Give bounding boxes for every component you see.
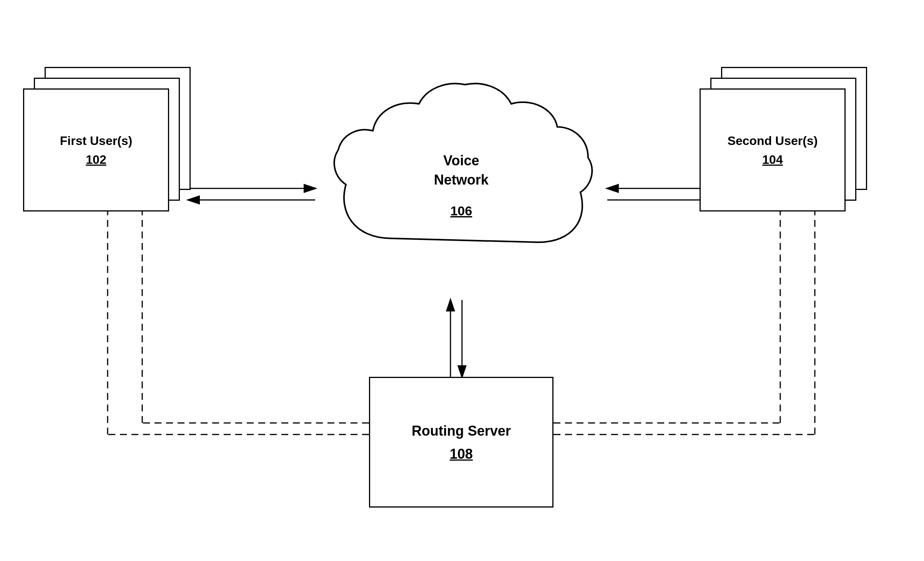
first-users-title: First User(s)	[60, 133, 133, 149]
voice-network-cloud: Voice Network 106	[315, 77, 607, 288]
second-users-number: 104	[762, 153, 783, 167]
routing-server-title: Routing Server	[412, 422, 511, 440]
svg-text:106: 106	[450, 203, 472, 218]
routing-server-box: Routing Server 108	[369, 377, 553, 508]
second-users-title: Second User(s)	[728, 133, 818, 149]
diagram-container: First User(s) 102 Second User(s) 104 Voi…	[0, 0, 924, 561]
svg-text:Network: Network	[434, 172, 489, 188]
routing-server-number: 108	[450, 446, 473, 462]
first-users-number: 102	[86, 153, 106, 167]
svg-text:Voice: Voice	[443, 153, 479, 168]
